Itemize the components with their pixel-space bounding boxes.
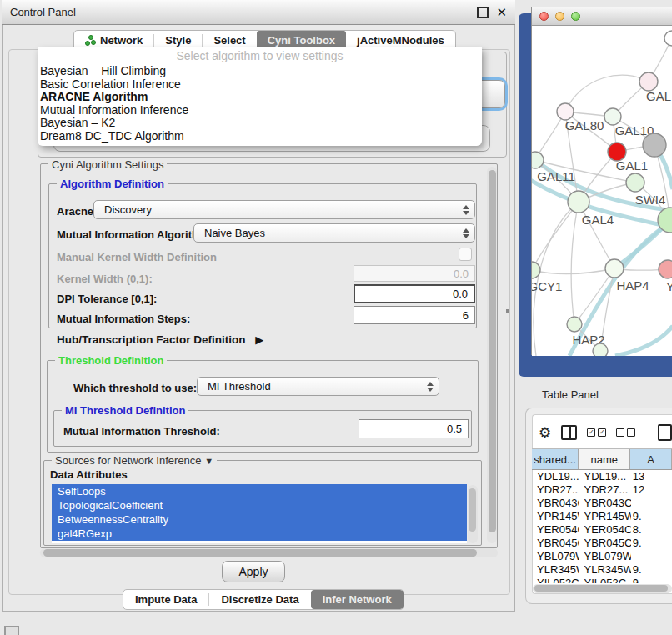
tab-infer-network[interactable]: Infer Network [311, 590, 404, 609]
column-header-shared[interactable]: shared... [532, 449, 579, 469]
network-edge [615, 326, 672, 356]
column-header-name[interactable]: name [579, 449, 630, 469]
network-canvas[interactable]: GALGAL80GAL10GAL1GAL11SWI4GAL4GCY1HAP4YH… [532, 26, 672, 356]
attr-list-scrollbar-thumb[interactable] [469, 488, 476, 532]
network-node-gal[interactable] [639, 72, 658, 91]
network-node-hap2[interactable] [567, 317, 582, 332]
table-cell: YER054C [532, 523, 579, 537]
table-row[interactable]: YBL079WYBL079W [532, 550, 672, 563]
network-edge [532, 268, 614, 273]
table-cell: YBL079W [579, 550, 631, 563]
apply-button[interactable]: Apply [222, 561, 285, 582]
collapse-down-icon: ▼ [204, 456, 213, 466]
tab-label: Network [100, 34, 143, 47]
network-node[interactable] [643, 133, 666, 157]
dpi-tolerance-value: 0.0 [453, 288, 468, 300]
algorithm-dropdown-list: Bayesian – Hill ClimbingBasic Correlatio… [38, 65, 482, 142]
table-cell: YER054C [579, 523, 631, 537]
cyni-bottom-tabbar: Impute DataDiscretize DataInfer Network [123, 589, 404, 610]
table-row[interactable]: YER054CYER054C8. [532, 523, 672, 537]
network-node-swi4[interactable] [626, 173, 644, 192]
hub-definition-toggle[interactable]: Hub/Transcription Factor Definition ▶ [57, 333, 263, 346]
dpi-tolerance-field[interactable]: 0.0 [354, 284, 475, 303]
table-cell: 8. [631, 523, 672, 537]
data-attribute-item[interactable]: TopologicalCoefficient [52, 498, 467, 512]
new-table-icon[interactable] [658, 424, 672, 441]
data-attribute-item[interactable]: BetweennessCentrality [52, 512, 467, 527]
table-hscrollbar-thumb[interactable] [534, 585, 668, 592]
table-cell [631, 497, 672, 510]
table-row[interactable]: YLR345WYLR345W9. [532, 563, 672, 577]
network-node-label: GAL80 [565, 118, 604, 132]
aracne-mode-combobox[interactable]: Discovery [93, 200, 475, 219]
network-node-gal80[interactable] [557, 103, 574, 120]
close-icon[interactable]: ✕ [496, 6, 507, 18]
table-cell: YBR043C [532, 497, 579, 510]
select-all-checks-icon[interactable]: ✓✓ [587, 428, 606, 437]
tab-label: jActiveMNodules [357, 34, 444, 47]
which-threshold-combobox[interactable]: MI Threshold [197, 377, 439, 396]
stepper-icon [463, 205, 469, 215]
kernel-width-label: Kernel Width (0,1): [57, 272, 153, 285]
algorithm-option[interactable]: Bayesian – Hill Climbing [38, 65, 482, 78]
network-tab-icon [85, 35, 96, 46]
table-row[interactable]: YPR145WYPR145W9. [532, 510, 672, 523]
control-panel-titlebar: Control Panel ✕ [2, 0, 515, 25]
network-view-window: GALGAL80GAL10GAL1GAL11SWI4GAL4GCY1HAP4YH… [531, 7, 672, 355]
mi-type-combobox[interactable]: Naive Bayes [193, 223, 475, 242]
data-attributes-list[interactable]: SelfLoopsTopologicalCoefficientBetweenne… [52, 484, 467, 543]
table-row[interactable]: YIL052CYIL052C9. [532, 577, 672, 583]
mi-steps-field[interactable]: 6 [354, 306, 475, 324]
table-header-row: shared...nameA [532, 448, 672, 470]
tab-discretize-data[interactable]: Discretize Data [209, 590, 310, 609]
network-node-gal10[interactable] [604, 108, 621, 125]
table-cell [631, 550, 672, 563]
stepper-icon [463, 228, 469, 238]
mi-steps-value: 6 [463, 309, 469, 322]
algorithm-option[interactable]: Basic Correlation Inference [38, 78, 482, 92]
corner-widget[interactable] [4, 626, 19, 635]
panel-divider-handle[interactable] [506, 309, 509, 313]
table-row[interactable]: YBR043CYBR043C [532, 497, 672, 510]
network-node[interactable] [593, 343, 608, 356]
kernel-width-field[interactable]: 0.0 [354, 265, 475, 282]
network-node-hap4[interactable] [605, 259, 624, 278]
table-cell: YDL19... [532, 470, 579, 483]
settings-scrollbar-thumb[interactable] [489, 170, 496, 532]
column-header-a[interactable]: A [630, 449, 672, 469]
gear-icon[interactable]: ⚙ [539, 426, 551, 440]
data-attribute-item[interactable]: SelfLoops [52, 484, 467, 498]
mi-threshold-field[interactable]: 0.5 [359, 419, 469, 438]
which-threshold-label: Which threshold to use: [73, 382, 197, 394]
algorithm-option[interactable]: Dream8 DC_TDC Algorithm [38, 130, 482, 143]
manual-kernel-checkbox[interactable] [459, 248, 472, 261]
network-node-y[interactable] [659, 260, 672, 278]
network-node-gal4[interactable] [568, 191, 589, 212]
app-root: Control Panel ✕ NetworkStyleSelectCyni T… [0, 0, 672, 635]
minimize-traffic-icon[interactable] [555, 12, 564, 21]
data-attributes-label: Data Attributes [50, 468, 128, 481]
table-cell: YPR145W [532, 510, 579, 523]
table-panel-title: Table Panel [542, 388, 599, 401]
clear-all-checks-icon[interactable] [616, 428, 635, 437]
table-cell: YDR27... [579, 483, 631, 497]
table-cell: 12 [631, 483, 672, 497]
float-window-icon[interactable] [477, 7, 489, 18]
tab-impute-data[interactable]: Impute Data [123, 590, 208, 609]
algorithm-option[interactable]: Bayesian – K2 [38, 117, 482, 130]
settings-hscrollbar-thumb[interactable] [43, 549, 477, 557]
close-traffic-icon[interactable] [539, 12, 549, 21]
network-node-gal11[interactable] [532, 152, 544, 168]
columns-icon[interactable] [561, 425, 577, 440]
network-node-label: GAL4 [582, 212, 614, 227]
table-row[interactable]: YDR27...YDR27...12 [532, 483, 672, 497]
table-row[interactable]: YDL19...YDL19...13 [532, 470, 672, 483]
network-node[interactable] [664, 31, 672, 46]
algorithm-option[interactable]: Mutual Information Inference [38, 104, 482, 118]
apply-button-label: Apply [238, 565, 268, 578]
zoom-traffic-icon[interactable] [571, 12, 580, 21]
data-attribute-item[interactable]: gal4RGexp [52, 527, 467, 541]
algorithm-option[interactable]: ARACNE Algorithm [38, 91, 482, 104]
sources-group-title[interactable]: Sources for Network Inference ▼ [52, 454, 217, 467]
table-row[interactable]: YBR045CYBR045C9. [532, 537, 672, 550]
